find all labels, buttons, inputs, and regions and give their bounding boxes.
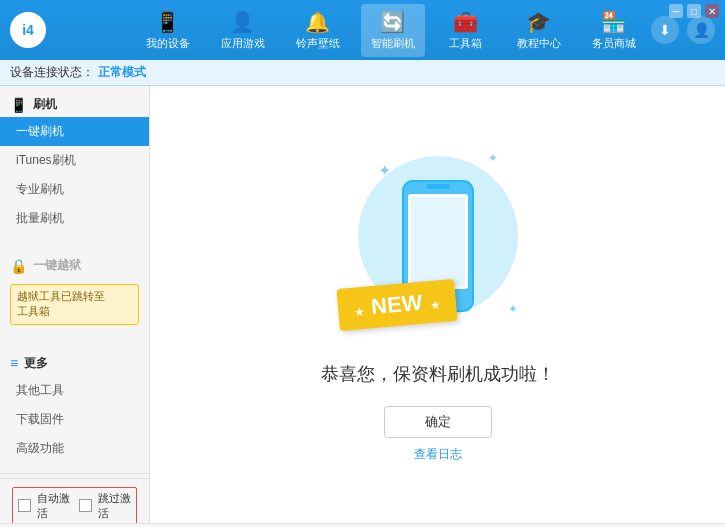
nav-tutorial-icon: 🎓 <box>526 10 551 34</box>
window-controls: ─ □ ✕ <box>669 4 719 18</box>
nav-toolbox-icon: 🧰 <box>453 10 478 34</box>
device-section: 自动激活 跳过激活 📱 iPhone 15 Pro Max 512GB iPho… <box>0 478 149 523</box>
success-text: 恭喜您，保资料刷机成功啦！ <box>321 362 555 386</box>
sidebar-divider-3 <box>0 473 149 474</box>
nav-my-device[interactable]: 📱 我的设备 <box>136 4 200 57</box>
nav-merchant-icon: 🏪 <box>601 10 626 34</box>
auto-activate-checkbox[interactable] <box>18 499 31 512</box>
nav-flash-icon: 🔄 <box>380 10 405 34</box>
logo-icon: i4 <box>10 12 46 48</box>
sidebar-item-pro-flash[interactable]: 专业刷机 <box>0 175 149 204</box>
sidebar-bottom: 自动激活 跳过激活 📱 iPhone 15 Pro Max 512GB iPho… <box>0 469 149 523</box>
statusbar: 阻止iTunes运行 V7.98.66 客服 微信公众号 检查更新 <box>0 523 725 527</box>
nav-apps-games[interactable]: 👤 应用游戏 <box>211 4 275 57</box>
download-button[interactable]: ⬇ <box>651 16 679 44</box>
nav-ringtone-icon: 🔔 <box>305 10 330 34</box>
svg-rect-2 <box>426 184 450 189</box>
nav-smart-flash[interactable]: 🔄 智能刷机 <box>361 4 425 57</box>
content-area: ✦ ✦ ✦ NEW 恭喜您，保资料刷机成功啦！ <box>150 86 725 523</box>
sidebar: 📱 刷机 一键刷机 iTunes刷机 专业刷机 批量刷机 <box>0 86 150 523</box>
sidebar-jailbreak-notice: 越狱工具已跳转至工具箱 <box>10 284 139 325</box>
sidebar-item-batch-flash[interactable]: 批量刷机 <box>0 204 149 233</box>
nav-tutorial[interactable]: 🎓 教程中心 <box>507 4 571 57</box>
maximize-button[interactable]: □ <box>687 4 701 18</box>
sidebar-section-jailbreak: 🔒 一键越狱 越狱工具已跳转至工具箱 <box>0 247 149 337</box>
confirm-button[interactable]: 确定 <box>384 406 492 438</box>
sparkle-3-icon: ✦ <box>508 302 518 316</box>
nav-merchant[interactable]: 🏪 务员商城 <box>582 4 646 57</box>
nav-ringtones[interactable]: 🔔 铃声壁纸 <box>286 4 350 57</box>
sidebar-header-flash: 📱 刷机 <box>0 92 149 117</box>
phone-container: ✦ ✦ ✦ NEW <box>348 146 528 346</box>
guided-activate-checkbox[interactable] <box>79 499 92 512</box>
sidebar-item-download-fw[interactable]: 下载固件 <box>0 405 149 434</box>
nav-apps-icon: 👤 <box>230 10 255 34</box>
nav-device-icon: 📱 <box>155 10 180 34</box>
sidebar-item-one-key-flash[interactable]: 一键刷机 <box>0 117 149 146</box>
sidebar-item-advanced[interactable]: 高级功能 <box>0 434 149 463</box>
new-badge: NEW <box>336 279 457 331</box>
sparkle-1-icon: ✦ <box>378 161 391 180</box>
sidebar-header-more: ≡ 更多 <box>0 351 149 376</box>
minimize-button[interactable]: ─ <box>669 4 683 18</box>
nav-bar: 📱 我的设备 👤 应用游戏 🔔 铃声壁纸 🔄 智能刷机 🧰 工具箱 🎓 <box>130 4 651 57</box>
sidebar-header-jailbreak: 🔒 一键越狱 <box>0 253 149 278</box>
header-right: ⬇ 👤 <box>651 16 715 44</box>
log-link[interactable]: 查看日志 <box>414 446 462 463</box>
more-section-icon: ≡ <box>10 355 18 371</box>
jailbreak-section-icon: 🔒 <box>10 258 27 274</box>
success-illustration: ✦ ✦ ✦ NEW 恭喜您，保资料刷机成功啦！ <box>321 146 555 463</box>
header: i4 爱思助手 www.i4.cn 📱 我的设备 👤 应用游戏 🔔 铃声壁纸 🔄 <box>0 0 725 60</box>
main-area: 📱 刷机 一键刷机 iTunes刷机 专业刷机 批量刷机 <box>0 86 725 523</box>
user-button[interactable]: 👤 <box>687 16 715 44</box>
sidebar-item-other-tools[interactable]: 其他工具 <box>0 376 149 405</box>
close-button[interactable]: ✕ <box>705 4 719 18</box>
sparkle-2-icon: ✦ <box>488 151 498 165</box>
sidebar-section-flash: 📱 刷机 一键刷机 iTunes刷机 专业刷机 批量刷机 <box>0 86 149 239</box>
svg-rect-4 <box>411 197 465 286</box>
sidebar-section-more: ≡ 更多 其他工具 下载固件 高级功能 <box>0 345 149 469</box>
auto-activate-row: 自动激活 跳过激活 <box>12 487 137 523</box>
flash-section-icon: 📱 <box>10 97 27 113</box>
nav-toolbox[interactable]: 🧰 工具箱 <box>436 4 496 57</box>
sidebar-item-itunes-flash[interactable]: iTunes刷机 <box>0 146 149 175</box>
